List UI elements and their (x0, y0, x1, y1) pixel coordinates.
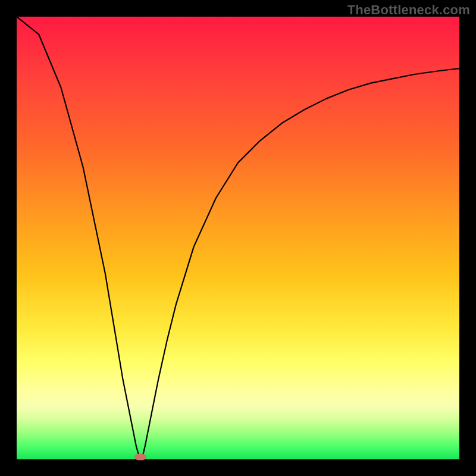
curve-svg (17, 17, 459, 459)
chart-frame: TheBottleneck.com (0, 0, 476, 476)
min-marker (134, 453, 146, 460)
watermark-text: TheBottleneck.com (347, 2, 470, 18)
curve-path (17, 17, 459, 457)
plot-area (17, 17, 459, 459)
